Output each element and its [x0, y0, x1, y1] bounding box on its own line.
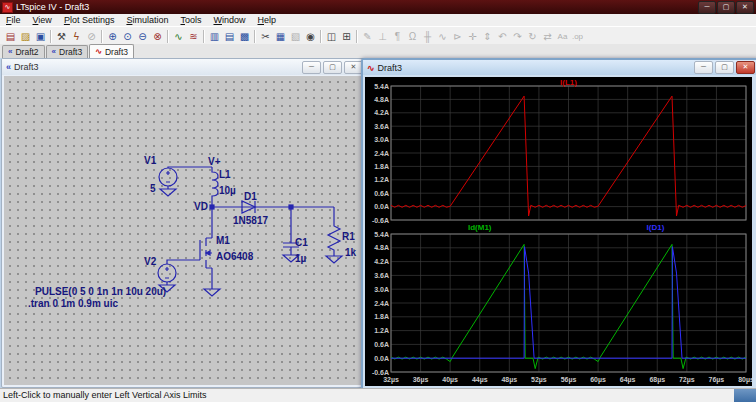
undo-icon: ↶ [495, 29, 510, 44]
y-tick-label: 2.4A [374, 150, 389, 157]
v1-label[interactable]: V1 [144, 155, 157, 166]
print-preview-icon[interactable]: ◫ [324, 29, 339, 44]
find-icon[interactable]: ◉ [303, 29, 318, 44]
tile-horizontal-icon[interactable]: ▤ [222, 29, 237, 44]
waveform-minimize-button[interactable]: ─ [694, 61, 713, 74]
schematic-canvas[interactable]: V1 5 V+ L1 10µ VD D1 1N5817 M1 AO6408 V2… [4, 76, 364, 385]
mdi-area: « Draft3 ─ ▢ ✕ [0, 58, 756, 388]
open-icon[interactable]: ▨ [18, 29, 33, 44]
m1-label[interactable]: M1 [216, 235, 230, 246]
toolbar-separator [167, 30, 169, 43]
v2-label[interactable]: V2 [144, 256, 157, 267]
trace-label-Id(M1)[interactable]: Id(M1) [468, 223, 492, 232]
x-tick-label: 64µs [620, 376, 636, 384]
new-schematic-icon[interactable]: ▤ [3, 29, 18, 44]
c1-value[interactable]: 1µ [295, 253, 307, 264]
trace-label-I(D1)[interactable]: I(D1) [647, 223, 665, 232]
l1-label[interactable]: L1 [219, 169, 231, 180]
text-icon: Aa [555, 29, 570, 44]
control-panel-icon[interactable]: ⚒ [54, 29, 69, 44]
cut-icon[interactable]: ✂ [258, 29, 273, 44]
mirror-icon: ⇄ [540, 29, 555, 44]
menu-item-tools[interactable]: Tools [174, 14, 207, 26]
tab-label: Draft3 [105, 46, 128, 58]
print-icon[interactable]: ⊞ [339, 29, 354, 44]
menu-item-help[interactable]: Help [252, 14, 283, 26]
close-button[interactable]: ✕ [736, 1, 754, 14]
wire[interactable] [168, 167, 212, 168]
cascade-icon[interactable]: ▩ [237, 29, 252, 44]
tab-draft3-schematic[interactable]: «Draft3 [46, 45, 89, 58]
c1-label[interactable]: C1 [295, 237, 308, 248]
resize-grip[interactable] [734, 389, 756, 402]
tab-label: Draft3 [59, 46, 82, 58]
m1-value[interactable]: AO6408 [216, 251, 254, 262]
toolbar-separator [320, 30, 322, 43]
l1-inductor-symbol[interactable] [212, 167, 218, 207]
zoom-back-icon[interactable]: ⊗ [150, 29, 165, 44]
minimize-button[interactable]: ─ [698, 1, 716, 14]
schematic-window-titlebar[interactable]: « Draft3 ─ ▢ ✕ [2, 59, 366, 75]
run-icon[interactable]: ϟ [69, 29, 84, 44]
tab-draft3-waveform[interactable]: ∿Draft3 [89, 44, 134, 58]
wire[interactable] [167, 260, 200, 264]
tile-vertical-icon[interactable]: ▥ [207, 29, 222, 44]
waveform-window-title: Draft3 [378, 63, 403, 73]
schematic-window[interactable]: « Draft3 ─ ▢ ✕ [1, 58, 367, 388]
zoom-extents-icon[interactable]: ⊙ [120, 29, 135, 44]
schematic-window-controls: ─ ▢ ✕ [302, 61, 366, 74]
drag-icon: ⇕ [480, 29, 495, 44]
y-tick-label: 1.8A [374, 163, 389, 170]
tab-draft2-schematic[interactable]: «Draft2 [2, 45, 45, 58]
trace-label-I(L1)[interactable]: I(L1) [560, 78, 577, 87]
autorange-y-icon[interactable]: ∿ [171, 29, 186, 44]
schematic-drawing: V1 5 V+ L1 10µ VD D1 1N5817 M1 AO6408 V2… [4, 76, 364, 385]
r1-resistor-symbol[interactable] [328, 207, 340, 256]
menu-item-plot-settings[interactable]: Plot Settings [58, 14, 121, 26]
pulse-directive[interactable]: PULSE(0 5 0 1n 1n 10u 20u) [35, 286, 166, 297]
menu-item-file[interactable]: File [0, 14, 27, 26]
v1-value[interactable]: 5 [150, 183, 156, 194]
menu-item-view[interactable]: View [27, 14, 58, 26]
l1-value[interactable]: 10µ [219, 185, 236, 196]
waveform-close-button[interactable]: ✕ [736, 61, 755, 74]
vplus-net-label[interactable]: V+ [208, 156, 221, 167]
v2-source-symbol[interactable] [158, 264, 176, 282]
vd-net-label[interactable]: VD [194, 201, 208, 212]
zoom-out-icon[interactable]: ⊖ [135, 29, 150, 44]
schematic-maximize-button[interactable]: ▢ [323, 61, 342, 74]
y-tick-label: 5.4A [374, 231, 389, 238]
d1-label[interactable]: D1 [244, 191, 257, 202]
maximize-button[interactable]: ▢ [717, 1, 735, 14]
zoom-in-icon[interactable]: ⊕ [105, 29, 120, 44]
tab-label: Draft2 [15, 46, 38, 58]
menu-item-simulation[interactable]: Simulation [120, 14, 174, 26]
x-tick-label: 44µs [472, 376, 488, 384]
tran-directive[interactable]: .tran 0 1m 0.9m uic [28, 298, 118, 309]
v1-source-symbol[interactable] [159, 168, 177, 186]
copy-icon[interactable]: ▦ [273, 29, 288, 44]
net-label-icon: ¶ [390, 29, 405, 44]
toolbar-separator [356, 30, 358, 43]
schematic-icon: « [8, 46, 12, 58]
menu-item-window[interactable]: Window [207, 14, 251, 26]
plot-settings-icon[interactable]: ≋ [186, 29, 201, 44]
r1-label[interactable]: R1 [342, 231, 355, 242]
schematic-minimize-button[interactable]: ─ [302, 61, 321, 74]
save-icon[interactable]: ▣ [33, 29, 48, 44]
waveform-maximize-button[interactable]: ▢ [715, 61, 734, 74]
status-text: Left-Click to manually enter Left Vertic… [3, 390, 207, 400]
waveform-window[interactable]: ∿ Draft3 ─ ▢ ✕ 5.4A4.8A4.2A3.6A3.0A2.4A1… [361, 58, 756, 392]
redo-icon: ↷ [510, 29, 525, 44]
schematic-window-title: Draft3 [14, 62, 39, 72]
r1-value[interactable]: 1k [345, 247, 357, 258]
waveform-pane[interactable]: 5.4A4.8A4.2A3.6A3.0A2.4A1.8A1.2A0.6A0.0A… [365, 77, 752, 386]
titlebar[interactable]: ∿ LTspice IV - Draft3 ─ ▢ ✕ [0, 0, 756, 14]
y-tick-label: -0.6A [372, 369, 389, 376]
waveform-window-titlebar[interactable]: ∿ Draft3 ─ ▢ ✕ [363, 60, 756, 75]
diode-icon: ⊳ [450, 29, 465, 44]
x-tick-label: 60µs [590, 376, 606, 384]
d1-value[interactable]: 1N5817 [233, 215, 268, 226]
y-tick-label: 4.8A [374, 244, 389, 251]
y-tick-label: 0.0A [374, 203, 389, 210]
